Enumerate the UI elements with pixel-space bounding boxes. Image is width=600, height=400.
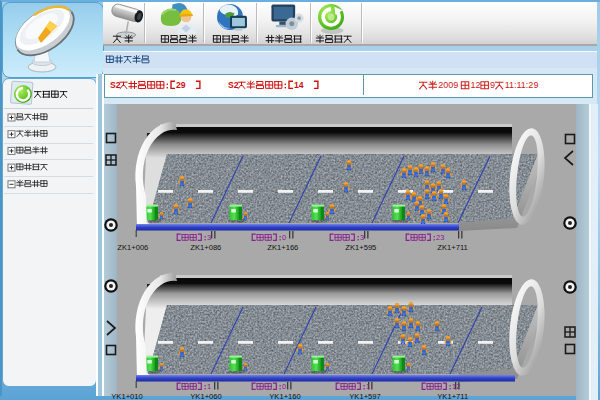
svg-text:3: 3: [360, 233, 364, 242]
svg-text:YK1+010: YK1+010: [111, 392, 142, 400]
svg-text:YK1+711: YK1+711: [437, 392, 468, 400]
svg-text:9: 9: [490, 80, 495, 90]
svg-text:0: 0: [282, 382, 286, 391]
svg-text:ZK1+086: ZK1+086: [190, 243, 221, 252]
svg-text:YK1+060: YK1+060: [190, 392, 221, 400]
svg-text:ZK1+166: ZK1+166: [267, 243, 298, 252]
svg-text:29: 29: [176, 80, 186, 90]
svg-text:ZK1+595: ZK1+595: [345, 243, 376, 252]
svg-text:S2: S2: [110, 80, 121, 90]
svg-text:1: 1: [207, 382, 211, 391]
svg-text:1: 1: [366, 382, 370, 391]
svg-text:ZK1+006: ZK1+006: [117, 243, 148, 252]
svg-text:2009: 2009: [438, 80, 458, 90]
svg-text:14: 14: [294, 80, 304, 90]
svg-text:12: 12: [452, 382, 460, 391]
svg-text:S2: S2: [228, 80, 239, 90]
svg-text:3: 3: [207, 233, 211, 242]
svg-text:YK1+160: YK1+160: [269, 392, 300, 400]
svg-text:11:11:29: 11:11:29: [505, 80, 539, 90]
svg-text:0: 0: [282, 233, 286, 242]
svg-text:YK1+597: YK1+597: [349, 392, 380, 400]
svg-text:ZK1+711: ZK1+711: [437, 243, 467, 252]
svg-text:23: 23: [436, 233, 444, 242]
svg-text:12: 12: [471, 80, 481, 90]
